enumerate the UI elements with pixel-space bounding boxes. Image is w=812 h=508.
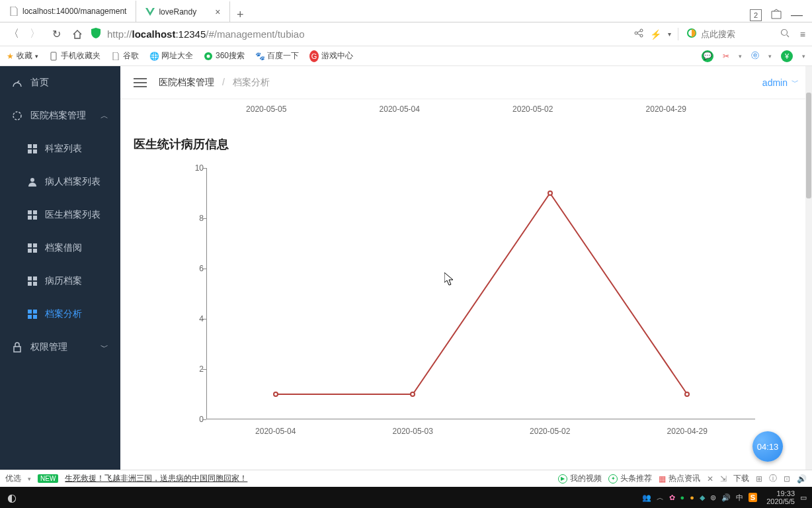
ie-icon[interactable]: ⓔ [751,50,759,62]
tab-title: localhost:14000/management [22,7,126,16]
status-icon[interactable]: ⇲ [720,474,727,484]
search-icon[interactable] [780,28,790,40]
bookmark-baidu[interactable]: 🐾百度一下 [255,50,299,62]
tray-sound-icon[interactable]: 🔊 [721,493,731,502]
chart-point[interactable] [684,392,690,397]
address-bar: 〈 〉 ↻ http://localhost:12345/#/managemen… [0,22,812,46]
news-headline[interactable]: 生死救援！飞越非洲三国，送患病的中国同胞回家！ [65,473,247,484]
tray-clock[interactable]: 19:33 2020/5/5 [762,489,795,505]
sidebar-item-departments[interactable]: 科室列表 [0,132,120,165]
svg-rect-18 [28,243,32,247]
scissors-icon[interactable]: ✂ [723,52,729,61]
sidebar-group-records[interactable]: 医院档案管理 ︿ [0,99,120,132]
svg-point-13 [30,178,34,182]
bookmark-google[interactable]: 谷歌 [111,50,139,62]
sidebar-item-analysis[interactable]: 档案分析 [0,298,120,331]
shield-icon[interactable] [91,28,101,40]
chart-point[interactable] [273,392,278,397]
svg-point-7 [207,54,210,58]
close-icon[interactable]: × [215,7,220,17]
tray-app-icon[interactable]: ● [690,493,694,501]
browser-tab-0[interactable]: localhost:14000/management [0,1,136,22]
game-icon: G [309,52,319,61]
status-icon[interactable]: ⊞ [756,474,762,484]
forward-button[interactable]: 〉 [28,27,42,42]
tray-ime[interactable]: 中 [736,493,743,503]
share-icon[interactable] [634,28,643,40]
chart-point[interactable] [548,190,553,196]
cny-icon[interactable]: ¥ [781,50,793,62]
svg-rect-25 [33,282,37,286]
chart-point[interactable] [410,392,415,397]
circle-icon [12,110,22,121]
grid-icon [28,276,37,286]
tray-wechat-icon[interactable]: ● [680,493,685,501]
svg-rect-22 [28,276,32,280]
reload-button[interactable]: ↻ [49,27,63,42]
status-bar: 优选 ▾ NEW 生死救援！飞越非洲三国，送患病的中国同胞回家！ ▶我的视频 ✦… [0,470,812,487]
user-menu[interactable]: admin ﹀ [762,77,799,88]
paw-icon: 🐾 [255,52,264,61]
home-button[interactable] [70,27,85,42]
omnibox-search[interactable]: ≡ [678,28,805,40]
bolt-icon[interactable]: ⚡ [650,29,661,40]
breadcrumb-root[interactable]: 医院档案管理 [159,77,214,87]
status-icon[interactable]: ⊡ [784,474,790,484]
page-icon [9,7,19,16]
vertical-scrollbar[interactable] [805,66,812,470]
menu-icon[interactable]: ≡ [800,29,805,40]
sidebar-home[interactable]: 首页 [0,66,120,99]
status-tag[interactable]: 优选 [5,473,21,484]
x-axis-label: 2020-05-02 [530,427,570,436]
start-button[interactable]: ◐ [0,491,24,504]
sidebar-item-patient-records[interactable]: 病人档案列表 [0,165,120,198]
bookmark-games[interactable]: G游戏中心 [309,50,353,62]
chat-icon[interactable]: 💬 [702,50,713,62]
tray-people-icon[interactable]: 👥 [642,493,651,502]
scrollbar-thumb[interactable] [806,93,811,198]
theme-icon[interactable] [771,9,782,21]
chevron-down-icon[interactable]: ▾ [668,30,671,38]
breadcrumb: 医院档案管理 / 档案分析 [159,77,270,89]
sidebar-item-borrow[interactable]: 档案借阅 [0,232,120,265]
tray-shield-icon[interactable]: ◆ [700,493,705,502]
search-input[interactable] [701,29,774,39]
status-icon[interactable]: 🔊 [797,474,807,484]
timer-badge[interactable]: 04:13 [752,431,783,462]
bookmark-favorites[interactable]: ★收藏▾ [7,50,38,62]
chevron-up-icon: ︿ [101,110,108,122]
status-video[interactable]: ▶我的视频 [558,473,602,484]
new-tab-button[interactable]: + [230,8,250,22]
summary-date: 2020-04-29 [646,105,686,114]
tab-count-badge[interactable]: 2 [750,9,762,21]
sidebar-item-doctor-records[interactable]: 医生档案列表 [0,198,120,232]
sidebar-group-permissions[interactable]: 权限管理 ﹀ [0,331,120,364]
url-display[interactable]: http://localhost:12345/#/management/tubi… [107,28,305,40]
status-icon[interactable]: ⓘ [769,473,777,484]
lock-icon [12,342,22,353]
back-button[interactable]: 〈 [7,27,21,42]
svg-rect-21 [33,249,37,253]
line-chart: 2020-05-042020-05-032020-05-022020-04-29… [173,160,795,438]
status-icon[interactable]: ✕ [707,474,713,484]
search-provider-icon [686,28,697,40]
bookmark-360[interactable]: 360搜索 [204,50,245,62]
tray-chevron-up-icon[interactable]: ︿ [657,493,664,503]
sidebar-item-medical-records[interactable]: 病历档案 [0,265,120,298]
bookmark-sites[interactable]: 🌐网址大全 [149,50,193,62]
chevron-down-icon: ﹀ [101,342,108,353]
new-badge: NEW [38,474,58,483]
tray-sogou-icon[interactable]: S [749,493,757,502]
tray-wifi-icon[interactable]: ⊚ [710,493,716,502]
tray-notifications-icon[interactable]: ▭ [800,493,807,502]
status-headlines[interactable]: ✦头条推荐 [608,473,652,484]
minimize-icon[interactable]: — [791,8,803,22]
menu-toggle-button[interactable] [134,78,147,87]
download-label[interactable]: 下载 [733,473,749,484]
vue-icon [145,7,155,17]
status-hotnews[interactable]: ▦热点资讯 [659,473,700,484]
tray-flower-icon[interactable]: ✿ [669,493,675,502]
grid-icon [28,310,37,319]
bookmark-mobile[interactable]: 手机收藏夹 [49,50,101,62]
browser-tab-1[interactable]: loveRandy × [136,1,230,22]
